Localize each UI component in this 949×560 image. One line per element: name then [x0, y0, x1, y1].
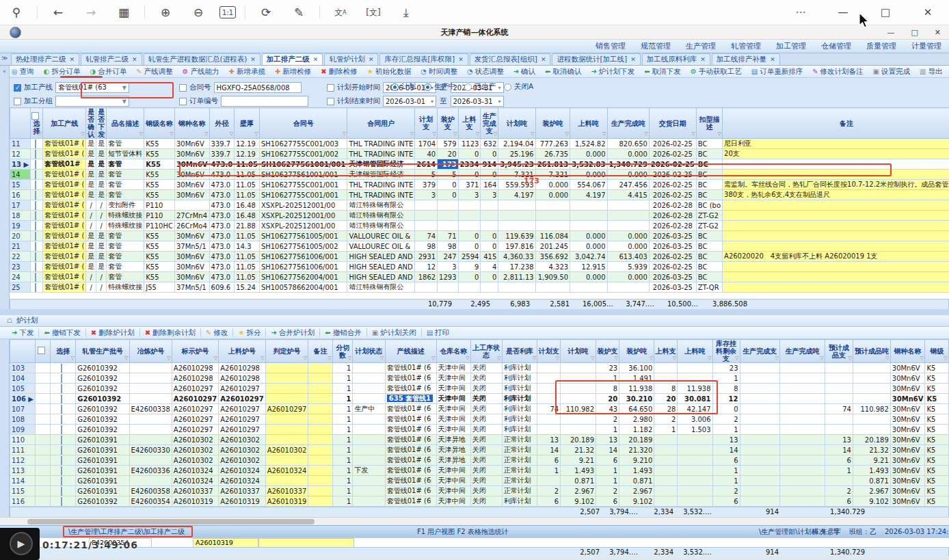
cell[interactable]: 30Mn6V	[890, 476, 925, 486]
cell[interactable]: 天津中间	[436, 425, 470, 435]
cell[interactable]: P110	[144, 200, 175, 211]
cell[interactable]: 套管线01# (	[43, 211, 86, 221]
cell[interactable]: E42600330	[129, 445, 172, 455]
cell[interactable]: 2	[825, 486, 853, 496]
cell[interactable]: 是	[96, 241, 107, 252]
cell[interactable]: 473.0	[209, 170, 235, 180]
tab-close-icon[interactable]: ✕	[700, 56, 706, 63]
cell[interactable]	[353, 414, 385, 425]
cell[interactable]: 3,945.23	[498, 159, 535, 170]
cell[interactable]: A26010302	[172, 435, 218, 445]
column-header-合同号[interactable]: 合同号▽	[259, 108, 347, 139]
row-select[interactable]	[31, 252, 43, 262]
cell[interactable]: 短节管体料	[107, 149, 144, 159]
cell[interactable]: K5	[925, 394, 949, 404]
cell[interactable]: 613.403	[607, 252, 649, 262]
toolbar-button-查询[interactable]: ◎查询	[12, 67, 34, 77]
row-number[interactable]: 25	[10, 282, 31, 293]
cell[interactable]	[481, 200, 498, 211]
cell[interactable]: 6	[825, 496, 853, 507]
toolbar-button-导出[interactable]: ▥导出	[920, 67, 942, 77]
toolbar-button-产线调整[interactable]: ✎产线调整	[136, 67, 172, 77]
cell[interactable]	[740, 466, 780, 476]
row-number[interactable]: 20	[10, 231, 31, 241]
collapsed-side-panel[interactable]: «	[0, 66, 10, 517]
cell[interactable]: E42600336	[129, 466, 172, 476]
cell[interactable]	[458, 200, 481, 211]
cell[interactable]	[654, 486, 678, 496]
cell[interactable]: G26010392	[76, 496, 129, 507]
cell[interactable]: 0	[458, 241, 481, 252]
toolbar-button-拆分[interactable]: ★拆分	[238, 328, 260, 338]
cell[interactable]: 套管线01# (6	[385, 455, 436, 466]
cell[interactable]: 天津中间	[436, 394, 470, 404]
cell[interactable]: A26010297	[172, 425, 218, 435]
cell[interactable]: 30Mn6V	[174, 159, 209, 170]
cell[interactable]: 3	[415, 190, 438, 200]
cell[interactable]	[570, 221, 607, 231]
cell[interactable]	[654, 455, 678, 466]
column-header-装炉支[interactable]: 装炉支▽	[438, 108, 458, 139]
cell[interactable]	[458, 221, 481, 231]
row-select[interactable]	[31, 211, 43, 221]
cell[interactable]: 是	[96, 149, 107, 159]
cell[interactable]: 30Mn6V	[174, 252, 209, 262]
cell[interactable]: 利库计划	[502, 384, 537, 394]
select-all-header[interactable]	[36, 340, 51, 363]
cell[interactable]	[780, 384, 825, 394]
cell[interactable]	[740, 363, 780, 373]
cell[interactable]: 套管	[107, 241, 144, 252]
cell[interactable]: A26010297	[219, 394, 265, 404]
cell[interactable]: 71	[438, 231, 458, 241]
order-input[interactable]	[221, 96, 308, 107]
cell[interactable]: 21.320	[619, 445, 654, 455]
cell[interactable]: VALLOUREC OIL &	[347, 241, 415, 252]
cell[interactable]: 1	[654, 425, 678, 435]
cell[interactable]: /	[86, 200, 96, 211]
cell[interactable]: 1.491	[619, 373, 654, 384]
cell[interactable]: 正常计划	[502, 445, 537, 455]
cell[interactable]: ZT-QR	[696, 282, 722, 293]
cell[interactable]: 12.19	[235, 139, 260, 149]
cell[interactable]	[308, 425, 332, 435]
column-header-是否利库[interactable]: 是否利库▽	[502, 340, 537, 363]
cell[interactable]: K5	[925, 476, 949, 486]
toolbar-button-确认[interactable]: ➜确认	[513, 67, 535, 77]
cell[interactable]: BC	[696, 149, 722, 159]
cell[interactable]: 0.871	[853, 476, 890, 486]
column-header-钢种名称[interactable]: 钢种名称▽	[890, 340, 925, 363]
column-header-生产完成吨[interactable]: 生产完成吨▽	[780, 340, 825, 363]
cell[interactable]: 是	[96, 190, 107, 200]
cell[interactable]	[561, 414, 596, 425]
cell[interactable]: 是	[96, 180, 107, 190]
cell[interactable]	[825, 384, 853, 394]
cell[interactable]: 473.0	[209, 180, 235, 190]
cell[interactable]: 靖江特殊钢有限公	[347, 221, 415, 231]
cell[interactable]: 2614	[415, 159, 438, 170]
cell[interactable]: K5	[925, 363, 949, 373]
state-radio-已生产[interactable]	[464, 83, 472, 91]
cell[interactable]: 1	[825, 466, 853, 476]
cell[interactable]	[481, 282, 498, 293]
cell[interactable]: 4	[481, 262, 498, 272]
cell[interactable]: 36.100	[619, 363, 654, 373]
cell[interactable]: A26010302	[172, 445, 218, 455]
cell[interactable]: 天津中间	[436, 486, 470, 496]
table-row[interactable]: 25套管线01# (//特殊螺纹接J5537Mn5/1609.615.24SH1…	[10, 282, 949, 293]
cell[interactable]	[723, 170, 949, 180]
cell[interactable]: 4.197	[570, 190, 607, 200]
cell[interactable]	[654, 476, 678, 486]
cell[interactable]: 2026-03-25	[649, 272, 696, 282]
menu-生产管理[interactable]: 生产管理	[686, 41, 716, 51]
cell[interactable]: A26010298	[172, 373, 218, 384]
cell[interactable]	[353, 476, 385, 486]
cell[interactable]	[265, 363, 308, 373]
cell[interactable]	[825, 373, 853, 384]
cell[interactable]: K55	[144, 190, 175, 200]
cell[interactable]: A26010297	[172, 384, 218, 394]
cell[interactable]: 473.0	[209, 221, 235, 231]
cell[interactable]: 20	[654, 394, 678, 404]
toolbar-button-合并炉计划[interactable]: ➜合并炉计划	[271, 328, 315, 338]
cell[interactable]: XSXPL-202512001/00	[259, 221, 347, 231]
cell[interactable]: A26010302	[219, 445, 265, 455]
